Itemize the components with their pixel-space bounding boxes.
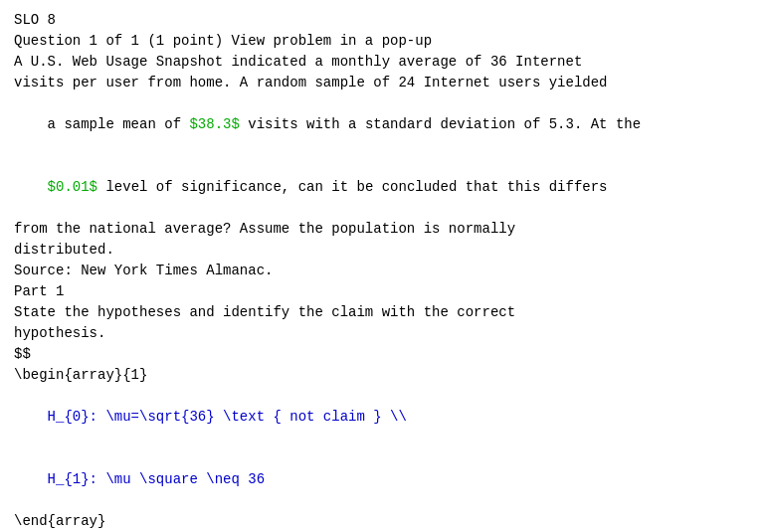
problem-line5: from the national average? Assume the po…	[14, 219, 751, 240]
main-container: SLO 8 Question 1 of 1 (1 point) View pro…	[0, 0, 765, 532]
problem-line3-post: visits with a standard deviation of 5.3.…	[240, 116, 641, 132]
question-header: Question 1 of 1 (1 point) View problem i…	[14, 31, 751, 52]
problem-line4-post: level of significance, can it be conclud…	[97, 179, 607, 195]
problem-line4-green: $0.01$	[48, 179, 97, 195]
problem-line4: $0.01$ level of significance, can it be …	[14, 156, 751, 219]
problem-line3-pre: a sample mean of	[48, 116, 190, 132]
problem-line3: a sample mean of $38.3$ visits with a st…	[14, 93, 751, 156]
math-h1-text: H_{1}: \mu \square \neq 36	[48, 471, 265, 487]
math-h0: H_{0}: \mu=\sqrt{36} \text { not claim }…	[14, 386, 751, 448]
math-array-end: \end{array}	[14, 511, 751, 532]
math-array-begin: \begin{array}{1}	[14, 365, 751, 386]
part1-instruction2: hypothesis.	[14, 323, 751, 344]
math-open1: $$	[14, 344, 751, 365]
math-h0-text: H_{0}: \mu=\sqrt{36} \text { not claim }…	[48, 409, 407, 425]
problem-line1: A U.S. Web Usage Snapshot indicated a mo…	[14, 52, 751, 73]
part1-label: Part 1	[14, 281, 751, 302]
slo-line: SLO 8	[14, 10, 751, 31]
problem-line6: distributed.	[14, 240, 751, 261]
part1-instruction: State the hypotheses and identify the cl…	[14, 302, 751, 323]
math-h1: H_{1}: \mu \square \neq 36	[14, 448, 751, 511]
problem-line2: visits per user from home. A random samp…	[14, 73, 751, 93]
source-line: Source: New York Times Almanac.	[14, 261, 751, 281]
problem-line3-green: $38.3$	[189, 116, 239, 132]
